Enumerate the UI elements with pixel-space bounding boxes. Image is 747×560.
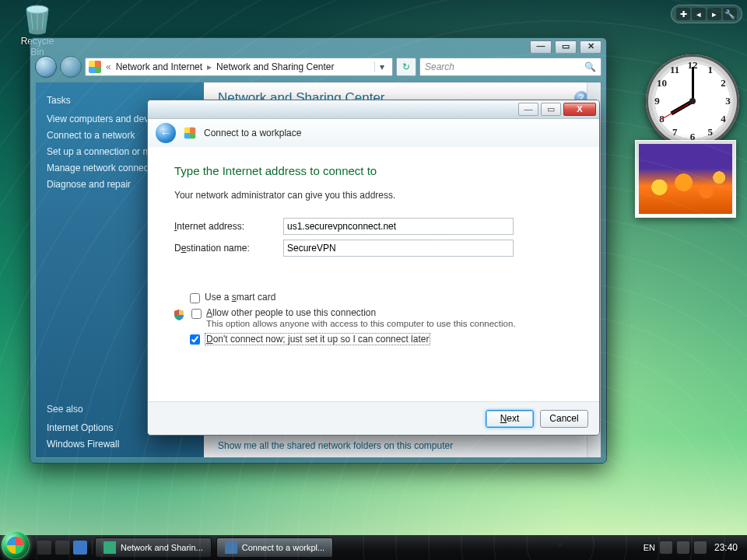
taskbar-clock[interactable]: 23:40 xyxy=(711,542,741,553)
maximize-button[interactable]: ▭ xyxy=(555,40,577,54)
ie-icon[interactable] xyxy=(73,541,87,555)
address-bar[interactable]: « Network and Internet ▸ Network and Sha… xyxy=(85,58,393,76)
clock-minute-hand xyxy=(692,67,694,101)
wizard-close-button[interactable]: X xyxy=(563,103,596,116)
smartcard-label: Use a smart card xyxy=(205,292,275,303)
destination-name-input[interactable] xyxy=(283,240,514,257)
shield-icon xyxy=(173,309,185,321)
gadget-next-icon[interactable]: ▸ xyxy=(707,8,721,20)
wizard-icon xyxy=(184,128,195,138)
nav-forward-button[interactable] xyxy=(60,56,82,78)
taskbar[interactable]: Network and Sharin... Connect to a workp… xyxy=(0,535,747,560)
wizard-maximize-button[interactable]: ▭ xyxy=(541,103,561,116)
smartcard-checkbox[interactable] xyxy=(190,293,200,303)
taskbar-item-connect-workplace[interactable]: Connect to a workpl... xyxy=(216,537,333,558)
taskbar-item-label: Network and Sharin... xyxy=(121,543,203,552)
wizard-title: Connect to a workplace xyxy=(204,128,301,138)
refresh-button[interactable]: ↻ xyxy=(396,58,416,76)
start-button[interactable] xyxy=(2,531,30,559)
show-desktop-icon[interactable] xyxy=(37,541,51,555)
allow-others-checkbox[interactable] xyxy=(191,309,202,319)
tray-security-icon[interactable] xyxy=(660,541,672,554)
gadget-settings-icon[interactable]: 🔧 xyxy=(723,8,737,20)
address-dropdown-icon[interactable]: ▾ xyxy=(374,61,389,72)
shared-folders-link[interactable]: Show me all the shared network folders o… xyxy=(204,433,587,457)
wizard-titlebar[interactable]: — ▭ X xyxy=(148,100,599,119)
clock-second-hand xyxy=(661,101,693,120)
wizard-back-button[interactable]: ← xyxy=(156,123,176,143)
seealso-windows-firewall[interactable]: Windows Firewall xyxy=(47,439,193,450)
destination-name-label: Destination name: xyxy=(174,243,283,254)
connect-workplace-wizard: — ▭ X ← Connect to a workplace Type the … xyxy=(147,100,600,436)
search-placeholder: Search xyxy=(425,61,454,72)
system-tray[interactable]: EN 23:40 xyxy=(637,541,747,554)
sidebar-gadget-controls[interactable]: ✚ ◂ ▸ 🔧 xyxy=(671,5,742,23)
desktop: Recycle Bin ✚ ◂ ▸ 🔧 123 69 12 45 78 1011… xyxy=(0,0,747,560)
tray-volume-icon[interactable] xyxy=(694,541,707,554)
wizard-instruction: Your network administrator can give you … xyxy=(174,190,573,201)
wizard-minimize-button[interactable]: — xyxy=(518,103,538,116)
dont-connect-checkbox[interactable] xyxy=(190,334,200,345)
breadcrumb-sep-icon: ▸ xyxy=(207,61,212,72)
gadget-add-icon[interactable]: ✚ xyxy=(676,8,690,20)
close-button[interactable]: ✕ xyxy=(580,40,601,54)
switch-windows-icon[interactable] xyxy=(55,541,69,555)
taskbar-item-network-sharing[interactable]: Network and Sharin... xyxy=(95,537,212,558)
search-icon: 🔍 xyxy=(584,61,596,72)
internet-address-input[interactable] xyxy=(283,218,514,235)
language-indicator[interactable]: EN xyxy=(644,543,655,552)
search-box[interactable]: Search 🔍 xyxy=(419,58,601,76)
breadcrumb-network-internet[interactable]: Network and Internet xyxy=(116,61,202,72)
quick-launch xyxy=(33,541,93,555)
breadcrumb-sharing-center[interactable]: Network and Sharing Center xyxy=(216,61,334,72)
tray-network-icon[interactable] xyxy=(677,541,689,554)
taskbar-item-label: Connect to a workpl... xyxy=(242,543,324,552)
cancel-button[interactable]: Cancel xyxy=(540,410,588,428)
slideshow-photo xyxy=(639,144,732,214)
minimize-button[interactable]: — xyxy=(530,40,552,54)
slideshow-gadget[interactable] xyxy=(635,140,736,218)
next-button[interactable]: Next xyxy=(486,410,534,428)
gadget-prev-icon[interactable]: ◂ xyxy=(692,8,706,20)
wizard-heading: Type the Internet address to connect to xyxy=(174,164,573,177)
dont-connect-label: Don't connect now; just set it up so I c… xyxy=(205,333,430,345)
clock-gadget[interactable]: 123 69 12 45 78 1011 xyxy=(646,54,739,148)
breadcrumb-sep-icon: « xyxy=(106,61,111,72)
taskbar-item-icon xyxy=(103,541,116,554)
allow-others-label: Allow other people to use this connectio… xyxy=(206,307,516,329)
control-panel-icon xyxy=(89,61,101,73)
taskbar-item-icon xyxy=(225,541,237,554)
internet-address-label: Internet address: xyxy=(174,221,283,232)
control-panel-titlebar[interactable]: — ▭ ✕ xyxy=(30,38,606,56)
recycle-bin-icon xyxy=(20,2,54,36)
nav-back-button[interactable] xyxy=(35,56,57,78)
